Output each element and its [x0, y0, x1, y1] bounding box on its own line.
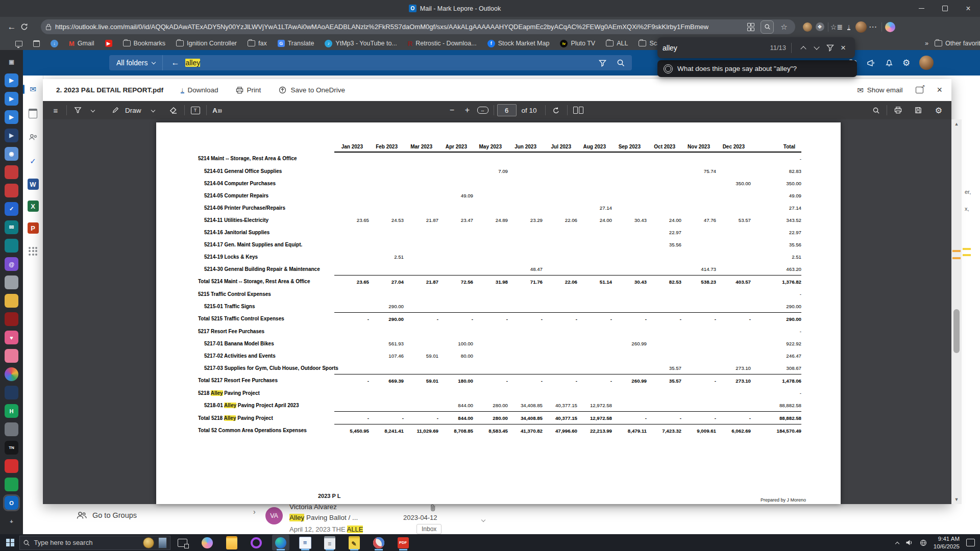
find-filter-icon[interactable]	[823, 41, 837, 55]
toc-icon[interactable]: ≡	[48, 103, 63, 117]
vertical-tab[interactable]	[5, 294, 18, 308]
sticky-notes-icon[interactable]: ✎	[346, 535, 363, 550]
tray-expand-icon[interactable]	[896, 538, 899, 547]
excel-icon[interactable]: X	[28, 201, 39, 212]
paint-icon[interactable]	[370, 535, 387, 550]
pdf-scrollbar[interactable]: ▲ ▼	[951, 119, 962, 504]
rotate-icon[interactable]	[549, 103, 564, 117]
scroll-down-icon[interactable]: ▼	[951, 495, 962, 504]
copilot-icon[interactable]	[884, 21, 896, 33]
bookmarks-overflow-icon[interactable]: »	[925, 40, 927, 47]
search-filter-icon[interactable]	[599, 59, 606, 67]
split-screen-icon[interactable]	[744, 21, 756, 33]
refresh-icon[interactable]	[20, 23, 38, 31]
action-center-icon[interactable]	[966, 539, 975, 546]
opera-icon[interactable]	[248, 535, 265, 550]
address-bar[interactable]: https://outlook.live.com/mail/0/id/AQQkA…	[41, 19, 795, 34]
vertical-tab[interactable]: ▶	[5, 73, 18, 87]
bookmark-item[interactable]: ▶	[105, 40, 112, 47]
vertical-tab[interactable]: @	[5, 257, 18, 271]
pdf-search-icon[interactable]	[868, 103, 884, 117]
vertical-tab[interactable]: ✓	[5, 202, 18, 216]
megaphone-icon[interactable]	[867, 59, 876, 67]
popout-icon[interactable]: ↗	[916, 87, 923, 93]
vertical-tab[interactable]	[5, 367, 18, 381]
close-preview-icon[interactable]: ×	[937, 85, 942, 95]
search-query[interactable]: alley	[185, 59, 200, 67]
bell-icon[interactable]	[885, 59, 893, 67]
eraser-icon[interactable]	[166, 103, 181, 117]
copilot-icon[interactable]	[199, 535, 216, 550]
find-next-icon[interactable]	[810, 41, 823, 55]
people-icon[interactable]	[27, 131, 40, 144]
list-scroll-caret-icon[interactable]	[482, 515, 485, 523]
notepad-icon[interactable]: ≡	[321, 535, 338, 550]
vertical-tab[interactable]: ▶	[5, 110, 18, 124]
url-text[interactable]: https://outlook.live.com/mail/0/id/AQQkA…	[55, 23, 708, 31]
task-view-icon[interactable]	[178, 539, 187, 547]
bookmark-item[interactable]: MGmail	[69, 40, 94, 47]
zoom-out-icon[interactable]: −	[445, 103, 460, 117]
collections-icon[interactable]: ☆≣	[830, 21, 843, 33]
draw-dropdown-icon[interactable]	[145, 103, 161, 117]
outlook-search-bar[interactable]: All folders ← alley	[109, 55, 632, 70]
pdf-app-icon[interactable]: PDF	[395, 535, 412, 550]
writer-icon[interactable]: ≡	[297, 535, 314, 550]
search-scope-dropdown[interactable]: All folders	[109, 55, 163, 70]
copilot-suggestion-tooltip[interactable]: What does this page say about "alley"?	[657, 60, 857, 77]
bookmark-item[interactable]: ALL	[606, 40, 628, 47]
vertical-tab[interactable]: H	[5, 404, 18, 418]
restore-button[interactable]	[933, 0, 957, 17]
scrollbar-thumb[interactable]	[953, 309, 960, 353]
page-view-icon[interactable]	[571, 103, 586, 117]
download-button[interactable]: ↓ Download	[181, 86, 218, 94]
pdf-print-icon[interactable]	[890, 103, 905, 117]
vertical-tab[interactable]	[5, 184, 18, 197]
extension-icon[interactable]: ❖	[814, 21, 826, 33]
vertical-tab-active[interactable]: O	[5, 496, 18, 510]
extension-avatar-icon[interactable]	[801, 21, 814, 33]
find-on-page-bar[interactable]: alley 11/13 ×	[657, 37, 855, 58]
find-previous-icon[interactable]	[797, 41, 810, 55]
bookmark-item[interactable]: ↓	[51, 40, 58, 47]
show-email-button[interactable]: ✉ Show email	[857, 86, 902, 95]
favorite-star-icon[interactable]: ☆	[778, 21, 790, 33]
file-explorer-icon[interactable]	[223, 535, 240, 550]
bookmark-item[interactable]: fax	[248, 40, 267, 47]
word-icon[interactable]: W	[28, 179, 39, 190]
bookmark-item[interactable]: fStock Market Map	[487, 40, 550, 47]
minimize-button[interactable]	[910, 0, 933, 17]
vertical-tab[interactable]: ✉	[5, 220, 18, 234]
vertical-tab[interactable]	[5, 478, 18, 491]
zoom-in-icon[interactable]: +	[460, 103, 475, 117]
back-icon[interactable]: ←	[3, 22, 20, 32]
edge-icon[interactable]	[272, 535, 289, 550]
text-box-icon[interactable]: T	[188, 103, 203, 117]
bookmark-item[interactable]	[33, 40, 40, 47]
highlighter-dropdown-icon[interactable]	[85, 103, 101, 117]
taskbar-clock[interactable]: 9:41 AM 10/6/2025	[934, 535, 960, 550]
find-close-icon[interactable]: ×	[837, 41, 850, 55]
page-number-input[interactable]: 6	[497, 104, 517, 116]
expand-chevron-icon[interactable]: ›	[253, 508, 256, 516]
scroll-up-icon[interactable]: ▲	[951, 119, 962, 129]
save-to-onedrive-button[interactable]: Save to OneDrive	[278, 86, 345, 94]
bookmark-item[interactable]: Bookmarks	[123, 40, 166, 47]
print-button[interactable]: Print	[236, 86, 261, 94]
bookmark-item[interactable]: tvPluto TV	[560, 40, 595, 47]
vertical-tab[interactable]: TN	[5, 441, 18, 455]
vertical-tab[interactable]: ▣	[5, 55, 18, 69]
find-sidebar-icon[interactable]	[761, 20, 774, 34]
vertical-tab[interactable]	[5, 459, 18, 473]
read-aloud-icon[interactable]: A)))	[210, 103, 225, 117]
vertical-tab[interactable]: ♥	[5, 331, 18, 344]
account-avatar[interactable]	[919, 56, 934, 70]
volume-icon[interactable]	[905, 539, 913, 546]
vertical-tab[interactable]: ▶	[5, 92, 18, 106]
vertical-tab[interactable]	[5, 276, 18, 289]
pdf-save-icon[interactable]	[911, 103, 926, 117]
vertical-tab[interactable]	[5, 422, 18, 436]
draw-label[interactable]: Draw	[125, 107, 141, 114]
powerpoint-icon[interactable]: P	[28, 222, 39, 234]
vertical-tab[interactable]	[5, 349, 18, 363]
